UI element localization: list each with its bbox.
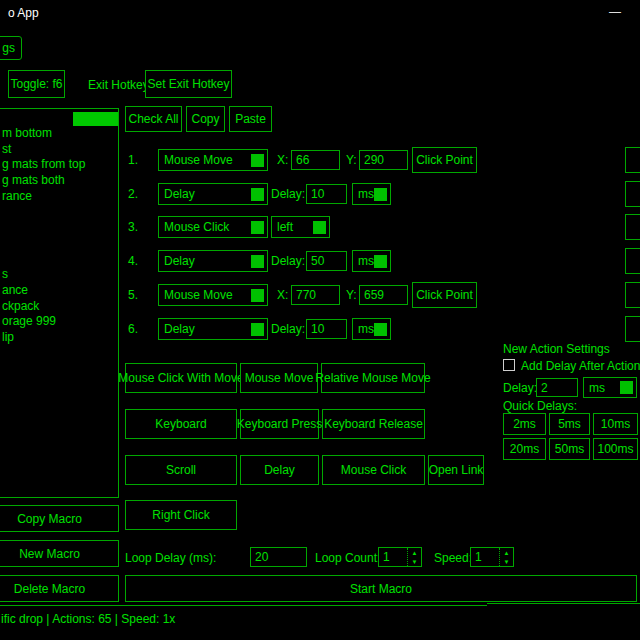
overlay-window bbox=[487, 603, 640, 640]
loop-delay-label: Loop Delay (ms): bbox=[125, 551, 216, 565]
macro-list-item[interactable] bbox=[0, 204, 118, 220]
new-macro-button[interactable]: New Macro bbox=[0, 540, 119, 567]
loop-count-value[interactable] bbox=[379, 548, 407, 566]
mouse-button-value: left bbox=[277, 220, 293, 234]
add-right-click-button[interactable]: Right Click bbox=[125, 500, 237, 530]
macro-list-item[interactable] bbox=[0, 220, 118, 236]
minimize-icon[interactable]: — bbox=[598, 0, 632, 24]
add-mouse-click-button[interactable]: Mouse Click bbox=[322, 455, 425, 485]
add-keyboard-button[interactable]: Keyboard bbox=[125, 409, 237, 439]
quick-delay-10ms-button[interactable]: 10ms bbox=[593, 413, 638, 435]
delay-label: Delay: bbox=[271, 254, 305, 268]
dropdown-arrow-icon bbox=[251, 323, 264, 336]
remove-action-button[interactable]: R bbox=[625, 282, 640, 308]
y-input[interactable] bbox=[359, 150, 408, 170]
delay-unit-value: ms bbox=[358, 322, 374, 336]
paste-button[interactable]: Paste bbox=[229, 106, 272, 132]
click-point-button[interactable]: Click Point bbox=[412, 147, 477, 173]
add-keyboard-release-button[interactable]: Keyboard Release bbox=[322, 409, 425, 439]
action-row-number: 3. bbox=[128, 220, 138, 234]
loop-delay-input[interactable] bbox=[250, 547, 307, 567]
mouse-button-dropdown[interactable]: left bbox=[271, 216, 330, 238]
action-type-dropdown[interactable]: Mouse Move bbox=[158, 149, 268, 171]
action-type-value: Mouse Move bbox=[164, 288, 233, 302]
x-input[interactable] bbox=[291, 285, 340, 305]
set-exit-hotkey-button[interactable]: Set Exit Hotkey bbox=[145, 70, 232, 98]
new-action-settings-title: New Action Settings bbox=[503, 342, 610, 356]
action-row-number: 4. bbox=[128, 254, 138, 268]
start-macro-button[interactable]: Start Macro bbox=[125, 575, 637, 602]
delay-input[interactable] bbox=[306, 251, 347, 271]
macro-list-item[interactable]: ance bbox=[0, 283, 118, 299]
macro-list-item[interactable]: rance bbox=[0, 189, 118, 205]
add-relative-mouse-move-button[interactable]: Relative Mouse Move bbox=[321, 363, 425, 393]
loop-count-stepper[interactable]: ▲ ▼ bbox=[378, 547, 422, 567]
quick-delays-label: Quick Delays: bbox=[503, 399, 577, 413]
delay-unit-dropdown[interactable]: ms bbox=[352, 318, 391, 340]
macro-list-item[interactable]: lip bbox=[0, 330, 118, 346]
action-type-dropdown[interactable]: Delay bbox=[158, 183, 268, 205]
macro-list-item[interactable]: g mats from top bbox=[0, 157, 118, 173]
toggle-hotkey-button[interactable]: Toggle: f6 bbox=[8, 70, 65, 98]
spinner-up-icon[interactable]: ▲ bbox=[408, 548, 421, 557]
click-point-button[interactable]: Click Point bbox=[412, 282, 477, 308]
quick-delay-20ms-button[interactable]: 20ms bbox=[503, 438, 546, 460]
copy-macro-button[interactable]: Copy Macro bbox=[0, 505, 119, 532]
add-scroll-button[interactable]: Scroll bbox=[125, 455, 237, 485]
action-row: 6. Delay Delay: ms R bbox=[125, 316, 640, 342]
remove-action-button[interactable]: R bbox=[625, 316, 640, 342]
spinner-up-icon[interactable]: ▲ bbox=[500, 548, 513, 557]
speed-value[interactable] bbox=[471, 548, 499, 566]
remove-action-button[interactable]: R bbox=[625, 214, 640, 240]
quick-delay-2ms-button[interactable]: 2ms bbox=[503, 413, 546, 435]
action-type-dropdown[interactable]: Delay bbox=[158, 318, 268, 340]
spinner-down-icon[interactable]: ▼ bbox=[408, 557, 421, 566]
macro-list-item[interactable]: st bbox=[0, 142, 118, 158]
add-mouse-click-with-move-button[interactable]: Mouse Click With Move bbox=[125, 363, 237, 393]
remove-action-button[interactable]: R bbox=[625, 147, 640, 173]
macro-list-item[interactable] bbox=[0, 236, 118, 252]
remove-action-button[interactable]: R bbox=[625, 181, 640, 207]
delay-unit-dropdown[interactable]: ms bbox=[352, 250, 391, 272]
delay-unit-dropdown[interactable]: ms bbox=[352, 183, 391, 205]
remove-action-button[interactable]: R bbox=[625, 248, 640, 274]
add-delay-checkbox[interactable] bbox=[503, 359, 515, 371]
macro-list-item[interactable]: s bbox=[0, 267, 118, 283]
macro-list-item[interactable]: m bottom bbox=[0, 126, 118, 142]
dropdown-arrow-icon bbox=[251, 221, 264, 234]
quick-delay-50ms-button[interactable]: 50ms bbox=[549, 438, 590, 460]
action-row: 3. Mouse Click left R bbox=[125, 214, 640, 240]
exit-hotkey-label: Exit Hotkey: bbox=[88, 78, 152, 92]
new-action-delay-input[interactable] bbox=[536, 378, 578, 397]
macro-listbox[interactable]: m bottom st g mats from top g mats both … bbox=[0, 108, 119, 498]
speed-stepper[interactable]: ▲ ▼ bbox=[470, 547, 514, 567]
stepper-arrows: ▲ ▼ bbox=[407, 548, 421, 566]
delay-input[interactable] bbox=[306, 184, 347, 204]
delay-input[interactable] bbox=[306, 319, 347, 339]
macro-list-item[interactable]: orage 999 bbox=[0, 314, 118, 330]
add-keyboard-press-button[interactable]: Keyboard Press bbox=[240, 409, 319, 439]
add-open-link-button[interactable]: Open Link bbox=[428, 455, 484, 485]
y-input[interactable] bbox=[359, 285, 408, 305]
macro-list-item[interactable]: g mats both bbox=[0, 173, 118, 189]
spinner-down-icon[interactable]: ▼ bbox=[500, 557, 513, 566]
new-action-delay-unit-dropdown[interactable]: ms bbox=[583, 377, 637, 398]
action-type-dropdown[interactable]: Mouse Move bbox=[158, 284, 268, 306]
macro-list-item[interactable]: ckpack bbox=[0, 299, 118, 315]
add-delay-button[interactable]: Delay bbox=[240, 455, 319, 485]
action-type-dropdown[interactable]: Delay bbox=[158, 250, 268, 272]
delete-macro-button[interactable]: Delete Macro bbox=[0, 575, 119, 602]
new-action-delay-label: Delay: bbox=[503, 381, 537, 395]
delay-unit-value: ms bbox=[358, 254, 374, 268]
macro-list-item[interactable] bbox=[0, 252, 118, 268]
copy-button[interactable]: Copy bbox=[186, 106, 225, 132]
quick-delay-5ms-button[interactable]: 5ms bbox=[549, 413, 590, 435]
window-title: o App bbox=[8, 6, 39, 20]
tab-settings[interactable]: gs bbox=[0, 36, 22, 60]
action-type-dropdown[interactable]: Mouse Click bbox=[158, 216, 268, 238]
check-all-button[interactable]: Check All bbox=[125, 106, 182, 132]
quick-delay-100ms-button[interactable]: 100ms bbox=[593, 438, 638, 460]
x-input[interactable] bbox=[291, 150, 340, 170]
add-mouse-move-button[interactable]: Mouse Move bbox=[240, 363, 318, 393]
selected-macro-highlight[interactable] bbox=[73, 112, 119, 126]
